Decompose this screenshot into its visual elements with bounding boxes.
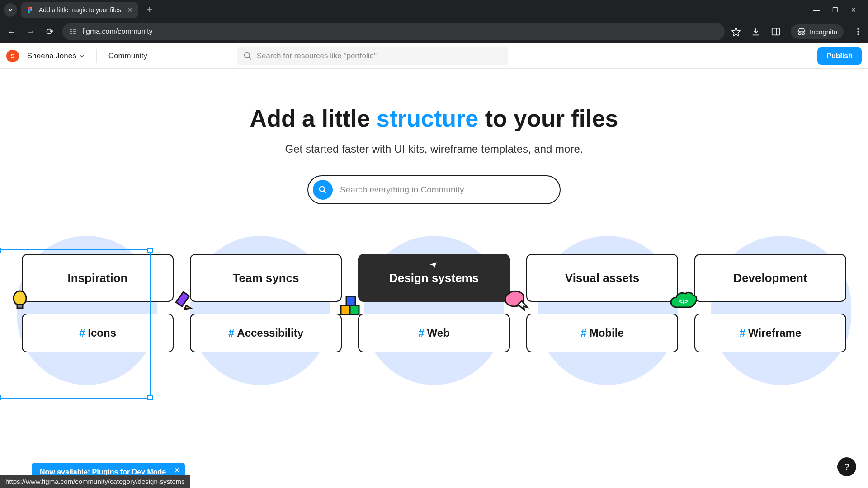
svg-rect-10 bbox=[73, 33, 76, 34]
banner-close-icon[interactable]: ✕ bbox=[174, 465, 180, 475]
svg-rect-22 bbox=[176, 292, 189, 306]
tag-card-mobile[interactable]: # Mobile bbox=[526, 314, 678, 352]
svg-point-13 bbox=[857, 28, 859, 30]
page-subtitle: Get started faster with UI kits, wirefra… bbox=[0, 143, 868, 155]
category-label: Visual assets bbox=[565, 271, 639, 285]
svg-rect-6 bbox=[73, 29, 76, 30]
svg-point-2 bbox=[28, 9, 30, 11]
tag-label: Accessibility bbox=[237, 327, 303, 339]
category-card-design-systems[interactable]: Design systems➤ bbox=[358, 254, 510, 302]
tag-label: Icons bbox=[88, 327, 116, 339]
category-label: Development bbox=[733, 271, 807, 285]
search-icon bbox=[243, 52, 252, 61]
tag-label: Wireframe bbox=[748, 327, 801, 339]
help-button[interactable]: ? bbox=[837, 457, 856, 476]
url-text: figma.com/community bbox=[82, 28, 153, 36]
hero-search-input[interactable] bbox=[340, 185, 555, 195]
tag-card-web[interactable]: # Web bbox=[358, 314, 510, 352]
hero-search[interactable] bbox=[307, 175, 561, 204]
category-card-team-syncs[interactable]: Team syncs bbox=[190, 254, 342, 302]
bookmark-icon[interactable] bbox=[731, 27, 741, 37]
hash-icon: # bbox=[580, 327, 586, 339]
community-link[interactable]: Community bbox=[108, 52, 147, 61]
category-card-inspiration[interactable]: Inspiration bbox=[22, 254, 174, 302]
tab-title: Add a little magic to your files bbox=[39, 6, 121, 14]
svg-rect-11 bbox=[772, 28, 780, 35]
svg-rect-26 bbox=[350, 305, 359, 314]
publish-button[interactable]: Publish bbox=[817, 47, 862, 65]
site-settings-icon[interactable] bbox=[69, 28, 77, 36]
svg-rect-24 bbox=[346, 296, 355, 305]
new-tab-button[interactable]: + bbox=[142, 4, 157, 16]
forward-button[interactable]: → bbox=[24, 27, 37, 37]
side-panel-icon[interactable] bbox=[771, 27, 781, 37]
avatar[interactable]: S bbox=[6, 50, 19, 62]
category-label: Design systems bbox=[389, 271, 479, 285]
tag-label: Web bbox=[427, 327, 450, 339]
svg-point-20 bbox=[14, 291, 26, 305]
svg-rect-21 bbox=[17, 305, 23, 308]
svg-marker-23 bbox=[184, 305, 191, 309]
svg-text:</>: </> bbox=[679, 298, 688, 305]
hash-icon: # bbox=[418, 327, 424, 339]
page-title: Add a little structure to your files bbox=[0, 105, 868, 132]
header-search[interactable]: Search for resources like "portfolio" bbox=[237, 47, 508, 65]
category-card-development[interactable]: Development bbox=[694, 254, 846, 302]
category-card-visual-assets[interactable]: Visual assets bbox=[526, 254, 678, 302]
tag-card-accessibility[interactable]: # Accessibility bbox=[190, 314, 342, 352]
cursor-icon: ➤ bbox=[429, 258, 440, 270]
hash-icon: # bbox=[740, 327, 745, 339]
blocks-icon bbox=[338, 295, 361, 317]
window-close-icon[interactable]: ✕ bbox=[851, 6, 856, 14]
svg-rect-5 bbox=[70, 29, 72, 30]
svg-rect-9 bbox=[70, 33, 72, 34]
incognito-icon bbox=[797, 27, 806, 36]
window-maximize-icon[interactable]: ❐ bbox=[832, 6, 838, 14]
user-menu[interactable]: Sheena Jones bbox=[27, 52, 85, 61]
back-button[interactable]: ← bbox=[5, 27, 18, 37]
category-label: Inspiration bbox=[68, 271, 128, 285]
svg-rect-25 bbox=[341, 305, 350, 314]
svg-point-14 bbox=[857, 31, 859, 32]
svg-point-3 bbox=[30, 9, 32, 11]
svg-point-0 bbox=[28, 7, 30, 9]
incognito-indicator[interactable]: Incognito bbox=[791, 24, 844, 39]
divider bbox=[96, 49, 97, 63]
search-icon bbox=[313, 180, 333, 200]
window-minimize-icon[interactable]: — bbox=[813, 6, 820, 14]
tab-search-dropdown[interactable] bbox=[4, 3, 17, 17]
hash-icon: # bbox=[79, 327, 85, 339]
svg-point-1 bbox=[30, 7, 32, 9]
status-bar-url: https://www.figma.com/community/category… bbox=[0, 475, 190, 488]
svg-line-17 bbox=[249, 57, 251, 59]
incognito-label: Incognito bbox=[810, 28, 837, 36]
chevron-down-icon bbox=[8, 7, 13, 13]
shape-cursor-icon bbox=[504, 289, 529, 311]
svg-point-4 bbox=[28, 11, 30, 13]
browser-menu-icon[interactable] bbox=[854, 27, 863, 36]
tab-close-icon[interactable]: ✕ bbox=[127, 6, 133, 14]
figma-favicon-icon bbox=[26, 6, 34, 14]
svg-point-16 bbox=[244, 52, 250, 58]
svg-line-19 bbox=[324, 191, 326, 193]
downloads-icon[interactable] bbox=[751, 27, 761, 37]
pencil-icon bbox=[175, 290, 196, 311]
tag-card-icons[interactable]: # Icons bbox=[22, 314, 174, 352]
svg-rect-7 bbox=[70, 31, 72, 32]
header-search-placeholder: Search for resources like "portfolio" bbox=[257, 52, 377, 61]
svg-point-18 bbox=[320, 187, 325, 192]
code-cloud-icon: </> bbox=[669, 291, 698, 312]
lightbulb-icon bbox=[9, 289, 31, 311]
address-bar[interactable]: figma.com/community bbox=[62, 23, 725, 40]
category-label: Team syncs bbox=[233, 271, 299, 285]
user-name-label: Sheena Jones bbox=[27, 52, 76, 61]
reload-button[interactable]: ⟳ bbox=[43, 26, 56, 37]
browser-tab[interactable]: Add a little magic to your files ✕ bbox=[21, 2, 138, 18]
chevron-down-icon bbox=[79, 53, 85, 59]
tag-card-wireframe[interactable]: # Wireframe bbox=[694, 314, 846, 352]
svg-point-15 bbox=[857, 33, 859, 35]
tag-label: Mobile bbox=[590, 327, 624, 339]
svg-rect-8 bbox=[73, 31, 76, 32]
hash-icon: # bbox=[228, 327, 234, 339]
